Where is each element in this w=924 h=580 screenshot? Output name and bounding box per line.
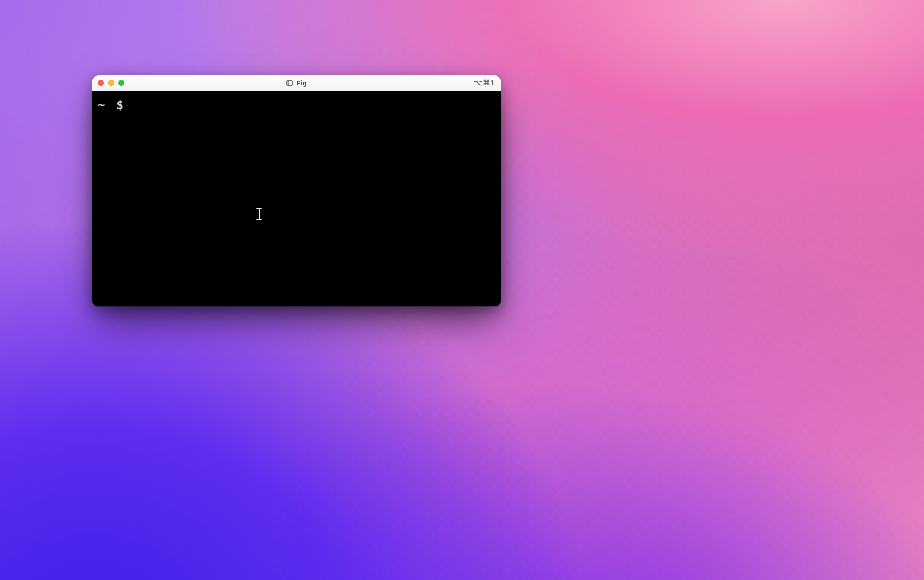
terminal-window: Fig ⌥⌘1 ~ $ bbox=[92, 75, 501, 306]
zoom-button[interactable] bbox=[118, 80, 124, 86]
command-input[interactable] bbox=[134, 97, 495, 113]
window-title-text: Fig bbox=[296, 79, 307, 87]
text-cursor-icon bbox=[256, 208, 262, 220]
minimize-button[interactable] bbox=[108, 80, 114, 86]
titlebar[interactable]: Fig ⌥⌘1 bbox=[92, 75, 501, 91]
shortcut-hint: ⌥⌘1 bbox=[474, 79, 495, 87]
close-button[interactable] bbox=[98, 80, 104, 86]
prompt-symbol: $ bbox=[116, 97, 124, 113]
window-title: Fig bbox=[92, 79, 501, 87]
traffic-lights bbox=[98, 80, 124, 86]
prompt-line: ~ $ bbox=[98, 97, 495, 113]
svg-rect-1 bbox=[287, 80, 289, 85]
prompt-path: ~ bbox=[98, 97, 105, 113]
terminal-body[interactable]: ~ $ bbox=[92, 91, 501, 306]
sidebar-icon bbox=[286, 80, 293, 86]
